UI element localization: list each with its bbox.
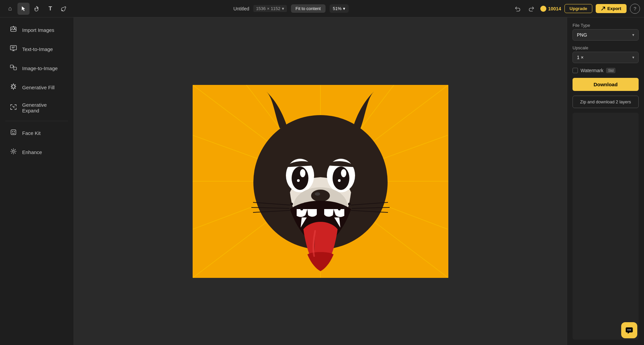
- sidebar-item-image-to-image[interactable]: Image-to-Image: [3, 59, 71, 78]
- select-icon: [20, 6, 27, 12]
- svg-point-40: [338, 208, 341, 210]
- coins-display[interactable]: 10014: [540, 6, 561, 12]
- panel-empty-area: [573, 113, 639, 340]
- text-tool-button[interactable]: T: [44, 3, 56, 15]
- toolbar: ⌂ T Untitled 1536 × 1152 ▾ Fit to conten…: [0, 0, 644, 17]
- undo-icon: [514, 6, 521, 12]
- enhance-icon: [9, 148, 17, 157]
- hand-tool-button[interactable]: [31, 3, 43, 15]
- toolbar-center: Untitled 1536 × 1152 ▾ Fit to content 51…: [71, 4, 511, 13]
- svg-point-47: [315, 192, 320, 196]
- file-type-label: File Type: [573, 23, 639, 28]
- paint-tool-button[interactable]: [58, 3, 70, 15]
- sidebar-item-face-kit[interactable]: Face Kit: [3, 124, 71, 142]
- sidebar-item-text-to-image-label: Text-to-Image: [22, 46, 53, 52]
- sidebar-item-import-images-label: Import Images: [22, 27, 54, 33]
- canvas-image: [193, 85, 448, 278]
- sidebar-item-generative-expand[interactable]: Generative Expand: [3, 97, 71, 118]
- upscale-section: Upscale 1 × ▾: [573, 45, 639, 63]
- chat-fab-button[interactable]: [621, 322, 637, 338]
- sidebar-item-text-to-image[interactable]: Text-to-Image: [3, 40, 71, 58]
- sidebar-item-enhance[interactable]: Enhance: [3, 143, 71, 161]
- watermark-std-badge: Std: [606, 68, 616, 73]
- canvas-area[interactable]: [74, 17, 567, 345]
- sidebar-item-generative-fill[interactable]: Generative Fill: [3, 78, 71, 97]
- chevron-down-icon: ▾: [282, 6, 284, 11]
- watermark-label: Watermark: [581, 68, 603, 73]
- text-icon: T: [49, 5, 52, 12]
- right-panel: File Type PNG ▾ Upscale 1 × ▾ Watermark …: [567, 17, 644, 345]
- sidebar-divider: [5, 121, 68, 121]
- upgrade-button[interactable]: Upgrade: [564, 4, 592, 13]
- file-type-section: File Type PNG ▾: [573, 23, 639, 41]
- canvas-size-selector[interactable]: 1536 × 1152 ▾: [253, 5, 287, 12]
- toolbar-right: 10014 Upgrade Export ?: [512, 3, 640, 14]
- svg-point-35: [290, 203, 293, 205]
- svg-rect-2: [10, 46, 16, 50]
- main-area: Import Images Text-to-Image: [0, 17, 644, 345]
- cartoon-wolf-svg: [193, 85, 448, 278]
- svg-point-37: [300, 208, 303, 210]
- sidebar-item-face-kit-label: Face Kit: [22, 130, 41, 136]
- import-images-icon: [9, 26, 17, 35]
- export-button[interactable]: Export: [596, 4, 627, 13]
- svg-rect-5: [11, 130, 16, 135]
- home-button[interactable]: ⌂: [4, 3, 16, 15]
- sidebar-item-enhance-label: Enhance: [22, 149, 42, 155]
- text-to-image-icon: [9, 45, 17, 54]
- file-type-dropdown[interactable]: PNG ▾: [573, 29, 639, 41]
- upscale-value: 1 ×: [577, 55, 584, 60]
- chat-icon: [625, 326, 633, 334]
- select-tool-button[interactable]: [17, 3, 30, 15]
- generative-fill-icon: [9, 83, 17, 92]
- image-to-image-icon: [9, 64, 17, 73]
- coin-icon: [540, 6, 546, 12]
- generative-expand-icon: [9, 103, 17, 112]
- help-button[interactable]: ?: [630, 4, 640, 14]
- svg-point-6: [12, 131, 13, 132]
- upscale-dropdown[interactable]: 1 × ▾: [573, 52, 639, 63]
- hand-icon: [34, 6, 40, 12]
- file-type-value: PNG: [577, 32, 587, 38]
- svg-point-38: [348, 203, 351, 205]
- svg-point-27: [292, 166, 308, 190]
- svg-point-32: [338, 179, 341, 182]
- svg-point-31: [297, 179, 300, 182]
- undo-button[interactable]: [512, 3, 523, 14]
- fit-to-content-button[interactable]: Fit to content: [291, 4, 326, 13]
- face-kit-icon: [9, 129, 17, 138]
- svg-point-30: [341, 169, 346, 177]
- canvas-title: Untitled: [233, 6, 249, 11]
- export-icon: [601, 6, 605, 11]
- redo-button[interactable]: [526, 3, 537, 14]
- paint-icon: [61, 6, 67, 12]
- watermark-checkbox[interactable]: [573, 68, 578, 73]
- svg-point-50: [630, 330, 631, 331]
- svg-point-8: [12, 150, 14, 152]
- watermark-row: Watermark Std: [573, 68, 639, 73]
- sidebar-item-generative-fill-label: Generative Fill: [22, 85, 55, 90]
- svg-point-29: [300, 169, 305, 177]
- redo-icon: [529, 6, 535, 12]
- svg-rect-3: [10, 65, 13, 68]
- sidebar-item-import-images[interactable]: Import Images: [3, 21, 71, 39]
- svg-rect-4: [14, 67, 16, 70]
- zoom-chevron-icon: ▾: [343, 6, 345, 11]
- svg-point-36: [295, 206, 298, 209]
- download-button[interactable]: Download: [573, 78, 639, 91]
- sidebar: Import Images Text-to-Image: [0, 17, 74, 345]
- coins-value: 10014: [548, 6, 561, 11]
- svg-point-39: [343, 206, 346, 209]
- svg-point-49: [629, 330, 630, 331]
- svg-point-28: [333, 166, 349, 190]
- upscale-label: Upscale: [573, 45, 639, 50]
- file-type-chevron-icon: ▾: [632, 33, 634, 37]
- svg-point-7: [14, 131, 15, 132]
- svg-point-1: [14, 28, 15, 29]
- upscale-chevron-icon: ▾: [632, 55, 634, 60]
- zip-download-button[interactable]: Zip and download 2 layers: [573, 96, 639, 108]
- sidebar-item-generative-expand-label: Generative Expand: [22, 102, 64, 113]
- svg-point-48: [628, 330, 629, 331]
- svg-point-34: [311, 190, 330, 202]
- zoom-selector[interactable]: 51% ▾: [330, 4, 349, 13]
